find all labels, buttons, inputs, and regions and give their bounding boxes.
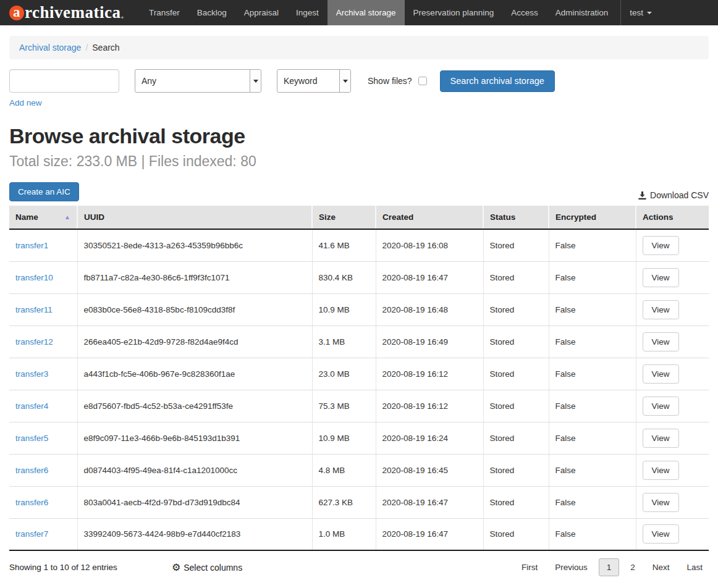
view-button[interactable]: View: [643, 364, 679, 384]
user-menu[interactable]: test: [621, 0, 661, 25]
size-cell: 1.0 MB: [312, 518, 376, 550]
pagination-first[interactable]: First: [515, 559, 544, 576]
status-cell: Stored: [483, 261, 549, 293]
nav-item-ingest[interactable]: Ingest: [287, 0, 327, 25]
pagination: First Previous 1 2 Next Last: [510, 558, 709, 576]
created-cell: 2020-08-19 16:48: [376, 293, 483, 326]
column-header-status[interactable]: Status: [483, 206, 549, 229]
column-header-created[interactable]: Created: [376, 206, 483, 229]
table-row: transfer4 e8d75607-fbd5-4c52-b53a-ce4291…: [9, 390, 709, 422]
encrypted-cell: False: [549, 454, 636, 486]
status-cell: Stored: [483, 390, 549, 422]
status-cell: Stored: [483, 293, 549, 326]
transfer-name-link[interactable]: transfer11: [15, 305, 53, 314]
transfer-name-link[interactable]: transfer5: [15, 434, 48, 443]
search-query-input[interactable]: [9, 69, 119, 93]
uuid-cell: e8d75607-fbd5-4c52-b53a-ce4291ff53fe: [77, 390, 312, 422]
nav-item-administration[interactable]: Administration: [547, 0, 617, 25]
view-button[interactable]: View: [643, 493, 679, 512]
archivematica-logo[interactable]: archivematica.: [0, 0, 140, 25]
pagination-previous[interactable]: Previous: [549, 559, 594, 576]
column-header-name[interactable]: Name ▲: [9, 206, 77, 229]
nav-item-preservation-planning[interactable]: Preservation planning: [405, 0, 503, 25]
search-type-selected-value: Keyword: [277, 76, 317, 86]
view-button[interactable]: View: [643, 300, 679, 319]
created-cell: 2020-08-19 16:12: [376, 390, 483, 422]
view-button[interactable]: View: [643, 397, 679, 416]
table-row: transfer7 33992409-5673-4424-98b9-e7d440…: [9, 518, 709, 550]
created-cell: 2020-08-19 16:47: [376, 261, 483, 293]
chevron-down-icon: [343, 80, 348, 83]
breadcrumb-archival-storage-link[interactable]: Archival storage: [19, 43, 81, 52]
view-button[interactable]: View: [643, 268, 679, 287]
breadcrumb: Archival storage/Search: [9, 36, 709, 59]
size-cell: 10.9 MB: [312, 293, 376, 326]
created-cell: 2020-08-19 16:08: [376, 229, 483, 261]
created-cell: 2020-08-19 16:24: [376, 422, 483, 454]
encrypted-cell: False: [549, 422, 636, 454]
encrypted-cell: False: [549, 518, 636, 550]
search-field-select[interactable]: Any: [135, 69, 261, 93]
table-row: transfer11 e083b0ce-56e8-4318-85bc-f8109…: [9, 293, 709, 326]
logo-a-icon: a: [9, 6, 24, 20]
select-columns-button[interactable]: ⚙ Select columns: [172, 563, 242, 573]
transfer-name-link[interactable]: transfer12: [15, 337, 53, 346]
pagination-page-1[interactable]: 1: [599, 558, 620, 576]
column-header-encrypted[interactable]: Encrypted: [549, 206, 636, 229]
uuid-cell: d0874403-4f95-49ea-81f4-c1a1201000cc: [77, 454, 312, 486]
pagination-last[interactable]: Last: [680, 559, 709, 576]
nav-item-transfer[interactable]: Transfer: [140, 0, 188, 25]
table-row: transfer1 30350521-8ede-4313-a263-45359b…: [9, 229, 709, 261]
encrypted-cell: False: [549, 293, 636, 326]
nav-item-appraisal[interactable]: Appraisal: [235, 0, 287, 25]
status-cell: Stored: [483, 518, 549, 550]
create-aic-button[interactable]: Create an AIC: [9, 182, 79, 201]
top-navbar: archivematica. Transfer Backlog Appraisa…: [0, 0, 718, 25]
show-files-label: Show files?: [368, 76, 412, 86]
status-cell: Stored: [483, 422, 549, 454]
pagination-page-2[interactable]: 2: [624, 559, 641, 576]
view-button[interactable]: View: [643, 236, 679, 255]
download-csv-link[interactable]: Download CSV: [638, 190, 709, 201]
column-header-size[interactable]: Size: [312, 206, 376, 229]
show-files-checkbox[interactable]: [418, 77, 427, 85]
transfer-name-link[interactable]: transfer7: [15, 529, 48, 539]
nav-item-archival-storage[interactable]: Archival storage: [327, 0, 405, 25]
view-button[interactable]: View: [643, 461, 679, 480]
status-cell: Stored: [483, 358, 549, 390]
archival-storage-table: Name ▲ UUID Size Created Status Encrypte…: [9, 206, 709, 551]
sort-ascending-icon: ▲: [64, 214, 70, 220]
logo-text: rchivematica: [25, 3, 120, 22]
encrypted-cell: False: [549, 486, 636, 518]
column-header-uuid[interactable]: UUID: [77, 206, 312, 229]
created-cell: 2020-08-19 16:45: [376, 454, 483, 486]
transfer-name-link[interactable]: transfer10: [15, 273, 53, 282]
created-cell: 2020-08-19 16:47: [376, 486, 483, 518]
breadcrumb-current: Search: [92, 43, 119, 52]
nav-item-backlog[interactable]: Backlog: [188, 0, 235, 25]
breadcrumb-separator: /: [85, 43, 88, 52]
search-type-select[interactable]: Keyword: [277, 69, 351, 93]
caret-down-icon: [647, 12, 652, 14]
table-row: transfer5 e8f9c097-11e3-466b-9e6b-845193…: [9, 422, 709, 454]
size-cell: 4.8 MB: [312, 454, 376, 486]
uuid-cell: e8f9c097-11e3-466b-9e6b-845193d1b391: [77, 422, 312, 454]
transfer-name-link[interactable]: transfer3: [15, 369, 48, 379]
select-arrow-button[interactable]: [339, 70, 350, 92]
view-button[interactable]: View: [643, 429, 679, 448]
transfer-name-link[interactable]: transfer4: [15, 401, 48, 411]
transfer-name-link[interactable]: transfer6: [15, 498, 48, 507]
view-button[interactable]: View: [643, 332, 679, 351]
encrypted-cell: False: [549, 261, 636, 293]
search-submit-button[interactable]: Search archival storage: [440, 70, 555, 92]
transfer-name-link[interactable]: transfer1: [15, 241, 48, 250]
pagination-next[interactable]: Next: [646, 559, 676, 576]
view-button[interactable]: View: [643, 524, 679, 544]
status-cell: Stored: [483, 326, 549, 358]
transfer-name-link[interactable]: transfer6: [15, 466, 48, 475]
select-arrow-button[interactable]: [250, 70, 261, 92]
add-new-link[interactable]: Add new: [9, 98, 42, 107]
nav-item-access[interactable]: Access: [502, 0, 547, 25]
uuid-cell: 266ea405-e21b-42d9-9728-f82d4ae9f4cd: [77, 326, 312, 358]
user-menu-label: test: [630, 8, 643, 17]
